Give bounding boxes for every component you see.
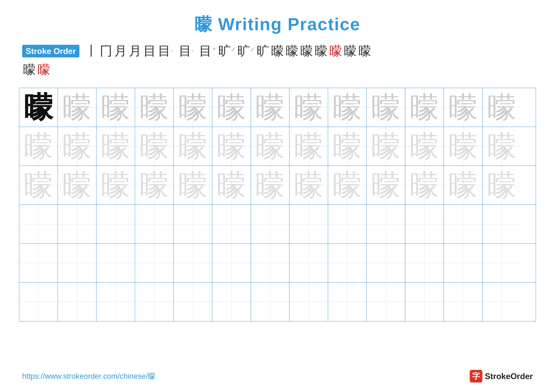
grid-cell-r5-c13 <box>482 244 521 282</box>
grid-cell-r3-c6: 曚 <box>212 166 251 205</box>
stroke-char-16: 曚 <box>329 43 342 60</box>
grid-cell-r4-c6 <box>212 205 251 243</box>
grid-cell-r5-c9 <box>328 244 367 282</box>
grid-cell-r3-c3: 曚 <box>96 166 135 205</box>
grid-cell-r2-c1: 曚 <box>19 127 58 165</box>
grid-cell-r6-c4 <box>135 283 174 321</box>
stroke-char-3: 月 <box>114 43 127 60</box>
grid-cell-r6-c8 <box>290 283 328 321</box>
grid-cell-r5-c8 <box>290 244 328 282</box>
practice-grid: 曚 曚 曚 曚 曚 曚 曚 曚 曚 曚 曚 曚 曚 曚 曚 曚 曚 曚 曚 曚 … <box>19 88 536 321</box>
footer-logo-text: StrokeOrder <box>485 371 533 381</box>
stroke-char-4: 月 <box>129 43 141 60</box>
grid-cell-r4-c13 <box>482 205 521 243</box>
grid-cell-r2-c7: 曚 <box>251 127 290 165</box>
grid-cell-r4-c1 <box>19 205 58 243</box>
footer: https://www.strokeorder.com/chinese/曚 字 … <box>22 370 533 383</box>
grid-cell-r3-c12: 曚 <box>444 166 482 205</box>
grid-cell-r5-c6 <box>212 244 251 282</box>
grid-cell-r4-c12 <box>444 205 482 243</box>
stroke-order-badge: Stroke Order <box>22 45 80 57</box>
grid-cell-r1-c8: 曚 <box>290 88 328 127</box>
stroke-char-19: 曚 <box>23 61 36 78</box>
footer-logo: 字 StrokeOrder <box>470 370 533 383</box>
grid-cell-r5-c2 <box>58 244 96 282</box>
grid-cell-r5-c5 <box>174 244 212 282</box>
grid-cell-r4-c3 <box>96 205 135 243</box>
grid-cell-r5-c4 <box>135 244 174 282</box>
grid-cell-r3-c13: 曚 <box>482 166 521 205</box>
grid-cell-r1-c1: 曚 <box>19 88 58 127</box>
grid-cell-r1-c5: 曚 <box>174 88 212 127</box>
grid-cell-r5-c1 <box>19 244 58 282</box>
grid-cell-r2-c4: 曚 <box>135 127 174 165</box>
page-title: 曚 Writing Practice <box>0 0 555 36</box>
grid-cell-r6-c13 <box>482 283 521 321</box>
grid-cell-r5-c12 <box>444 244 482 282</box>
grid-row-6 <box>19 283 536 321</box>
grid-cell-r4-c8 <box>290 205 328 243</box>
grid-cell-r1-c4: 曚 <box>135 88 174 127</box>
grid-cell-r6-c11 <box>405 283 444 321</box>
grid-cell-r5-c10 <box>367 244 405 282</box>
grid-cell-r3-c1: 曚 <box>19 166 58 205</box>
grid-cell-r2-c3: 曚 <box>96 127 135 165</box>
grid-row-4 <box>19 205 536 244</box>
grid-cell-r6-c2 <box>58 283 96 321</box>
grid-cell-r5-c7 <box>251 244 290 282</box>
stroke-char-10: 旷ノ <box>237 43 255 60</box>
grid-cell-r3-c8: 曚 <box>290 166 328 205</box>
grid-cell-r1-c13: 曚 <box>482 88 521 127</box>
stroke-char-20: 曚 <box>38 61 50 78</box>
stroke-char-8: 目〃 <box>199 43 216 60</box>
grid-cell-r3-c11: 曚 <box>405 166 444 205</box>
stroke-chars-row1: 丨 冂 月 月 目 目、 目、 目〃 旷ノ 旷ノ 旷 曚 曚 曚 曚 曚 曚 曚 <box>84 43 372 60</box>
grid-cell-r4-c9 <box>328 205 367 243</box>
grid-cell-r2-c6: 曚 <box>212 127 251 165</box>
grid-cell-r6-c7 <box>251 283 290 321</box>
grid-cell-r4-c7 <box>251 205 290 243</box>
grid-cell-r6-c9 <box>328 283 367 321</box>
grid-cell-r5-c11 <box>405 244 444 282</box>
stroke-char-17: 曚 <box>344 43 357 60</box>
stroke-char-6: 目、 <box>158 43 177 60</box>
grid-cell-r1-c10: 曚 <box>367 88 405 127</box>
grid-cell-r3-c9: 曚 <box>328 166 367 205</box>
grid-cell-r6-c12 <box>444 283 482 321</box>
grid-cell-r4-c5 <box>174 205 212 243</box>
grid-row-1: 曚 曚 曚 曚 曚 曚 曚 曚 曚 曚 曚 曚 曚 <box>19 88 536 127</box>
stroke-char-9: 旷ノ <box>218 43 236 60</box>
grid-cell-r2-c2: 曚 <box>58 127 96 165</box>
grid-cell-r6-c10 <box>367 283 405 321</box>
grid-cell-r6-c6 <box>212 283 251 321</box>
grid-cell-r2-c8: 曚 <box>290 127 328 165</box>
grid-cell-r4-c11 <box>405 205 444 243</box>
grid-cell-r6-c5 <box>174 283 212 321</box>
stroke-char-15: 曚 <box>315 43 328 60</box>
grid-row-2: 曚 曚 曚 曚 曚 曚 曚 曚 曚 曚 曚 曚 曚 <box>19 127 536 166</box>
grid-cell-r3-c5: 曚 <box>174 166 212 205</box>
grid-cell-r1-c9: 曚 <box>328 88 367 127</box>
grid-cell-r3-c7: 曚 <box>251 166 290 205</box>
grid-cell-r5-c3 <box>96 244 135 282</box>
grid-cell-r1-c12: 曚 <box>444 88 482 127</box>
stroke-order-section: Stroke Order 丨 冂 月 月 目 目、 目、 目〃 旷ノ 旷ノ 旷 … <box>0 36 555 61</box>
grid-cell-r1-c7: 曚 <box>251 88 290 127</box>
grid-cell-r2-c10: 曚 <box>367 127 405 165</box>
stroke-char-14: 曚 <box>300 43 313 60</box>
grid-cell-r1-c11: 曚 <box>405 88 444 127</box>
grid-cell-r2-c9: 曚 <box>328 127 367 165</box>
stroke-char-11: 旷 <box>257 43 269 60</box>
grid-cell-r4-c10 <box>367 205 405 243</box>
stroke-char-7: 目、 <box>179 43 197 60</box>
stroke-order-row2: 曚 曚 <box>0 61 555 83</box>
stroke-char-1: 丨 <box>85 43 98 60</box>
grid-row-5 <box>19 244 536 283</box>
stroke-char-13: 曚 <box>286 43 298 60</box>
grid-cell-r1-c2: 曚 <box>58 88 96 127</box>
stroke-char-12: 曚 <box>271 43 284 60</box>
stroke-char-18: 曚 <box>358 43 371 60</box>
grid-cell-r2-c11: 曚 <box>405 127 444 165</box>
footer-url: https://www.strokeorder.com/chinese/曚 <box>22 371 155 381</box>
grid-row-3: 曚 曚 曚 曚 曚 曚 曚 曚 曚 曚 曚 曚 曚 <box>19 166 536 205</box>
